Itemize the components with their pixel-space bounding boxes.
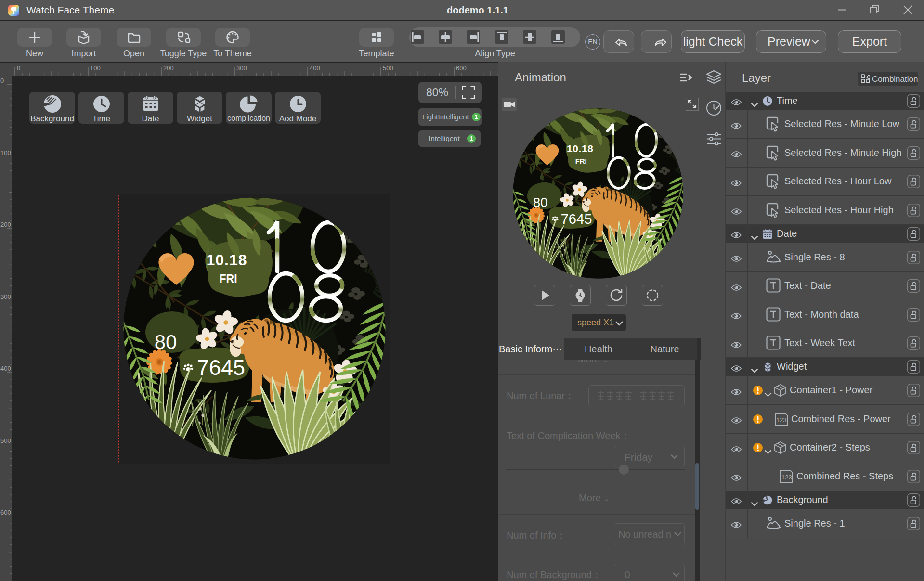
svg-text:300: 300 xyxy=(236,65,247,72)
svg-text:123: 123 xyxy=(781,474,792,481)
svg-text:123: 123 xyxy=(776,416,787,424)
svg-text:300: 300 xyxy=(0,293,11,300)
svg-text:400: 400 xyxy=(310,65,320,72)
svg-text:600: 600 xyxy=(456,65,467,72)
svg-text:100: 100 xyxy=(90,65,101,72)
svg-text:0: 0 xyxy=(17,65,20,72)
svg-text:600: 600 xyxy=(0,509,11,516)
svg-text:500: 500 xyxy=(383,65,393,72)
svg-text:500: 500 xyxy=(0,437,11,444)
svg-text:200: 200 xyxy=(163,65,174,72)
svg-text:0: 0 xyxy=(0,77,4,84)
svg-text:400: 400 xyxy=(0,365,11,372)
svg-text:200: 200 xyxy=(0,221,11,228)
svg-text:100: 100 xyxy=(0,149,11,156)
